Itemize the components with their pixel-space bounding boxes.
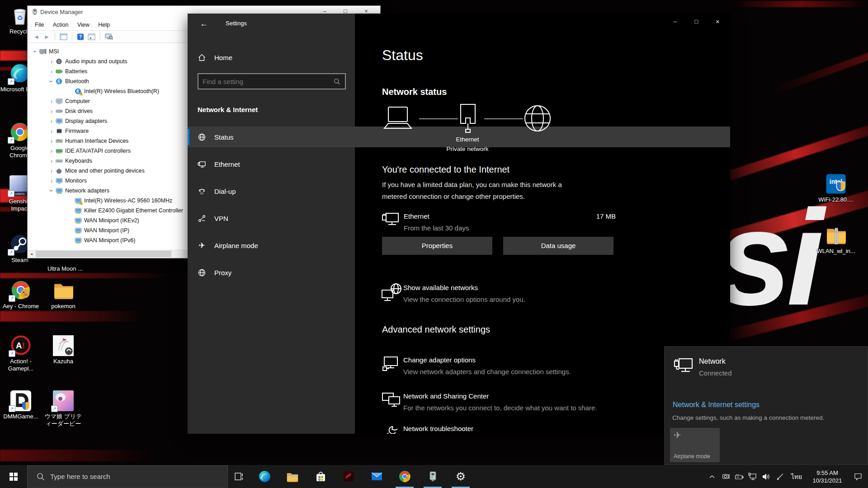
taskbar-app-device-manager[interactable] <box>419 465 447 488</box>
language-indicator[interactable]: ไทย <box>787 472 807 482</box>
tree-collapse-chevron-icon[interactable]: › <box>32 48 39 55</box>
taskbar-app-settings[interactable]: ⚙ <box>447 465 475 488</box>
desktop-icon-pokemon-folder[interactable]: pokemon <box>43 280 83 310</box>
data-usage-button[interactable]: Data usage <box>503 237 613 255</box>
tree-expand-chevron-icon[interactable]: › <box>48 147 55 155</box>
task-view-button[interactable] <box>228 465 250 488</box>
network-status: Connected <box>699 369 732 377</box>
tree-item-label: Monitors <box>65 178 87 184</box>
device-category-icon <box>75 227 82 234</box>
tray-pen-icon[interactable] <box>773 465 787 488</box>
device-category-icon <box>56 178 63 184</box>
maximize-button[interactable]: □ <box>686 14 707 31</box>
desktop-icon-uma-musume[interactable]: ↗ ウマ娘 プリティーダービー <box>43 390 83 428</box>
ethernet-icon <box>198 160 206 169</box>
tray-battery-icon[interactable] <box>732 465 746 488</box>
close-button[interactable]: × <box>707 14 728 31</box>
taskbar-search-box[interactable]: Type here to search <box>27 465 228 488</box>
taskbar-app-dragon-center[interactable] <box>335 465 363 488</box>
airplane-mode-tile[interactable]: ✈ Airplane mode <box>670 428 720 462</box>
tree-expand-chevron-icon[interactable]: › <box>48 117 55 125</box>
tree-expand-chevron-icon[interactable]: › <box>48 177 55 184</box>
search-input[interactable] <box>198 77 334 86</box>
taskbar-app-edge[interactable] <box>250 465 278 488</box>
device-category-icon <box>75 237 82 244</box>
tray-chevron-up-icon[interactable] <box>705 465 719 488</box>
sidebar-item-label: VPN <box>214 215 228 222</box>
advanced-row-title[interactable]: Network troubleshooter <box>403 425 473 432</box>
desktop-icon-wlan-zip[interactable]: WLAN_wl_in... <box>816 225 856 255</box>
advanced-row-title[interactable]: Change adapter options <box>403 356 476 364</box>
show-networks-icon[interactable] <box>381 283 403 305</box>
usage-amount: 17 MB <box>572 212 616 220</box>
clock[interactable]: 9:55 AM 10/31/2021 <box>807 469 848 484</box>
menu-file[interactable]: File <box>35 19 44 30</box>
sidebar-item-proxy[interactable]: Proxy <box>188 262 730 283</box>
tree-item-label: Firmware <box>65 128 89 134</box>
desktop-icon-pokemon-ultra-moon[interactable]: Ultra Moon ... <box>43 263 87 272</box>
help-icon[interactable]: ? <box>77 33 84 40</box>
advanced-row-title[interactable]: Network and Sharing Center <box>403 392 489 400</box>
tray-ethernet-icon[interactable] <box>746 465 760 488</box>
show-networks-link[interactable]: Show available networks <box>403 284 478 291</box>
globe-icon <box>523 104 552 135</box>
advanced-heading: Advanced network settings <box>382 324 490 335</box>
menu-action[interactable]: Action <box>53 19 69 30</box>
menu-view[interactable]: View <box>77 19 90 30</box>
minimize-button[interactable]: – <box>665 14 686 31</box>
start-button[interactable] <box>0 465 27 488</box>
connection-status-heading: You're connected to the Internet <box>382 164 509 175</box>
tree-expand-chevron-icon[interactable]: › <box>48 98 55 105</box>
menu-help[interactable]: Help <box>98 19 110 30</box>
scrollbar-thumb[interactable] <box>36 251 171 257</box>
network-internet-settings-link[interactable]: Network & Internet settings <box>673 401 760 409</box>
section-heading: Network status <box>382 87 447 97</box>
settings-gear-icon: ⚙ <box>456 471 466 482</box>
desktop-icon-dmmgame[interactable]: ↗ DMMGame... <box>1 390 41 420</box>
desktop-icon-label: Kazuha <box>43 358 83 365</box>
taskbar-app-file-explorer[interactable] <box>278 465 307 488</box>
back-button[interactable]: ← <box>195 17 213 31</box>
desktop-icon-action-gameplay[interactable]: A! ↗ Action! - Gamepl... <box>1 335 41 373</box>
device-category-icon <box>75 217 82 224</box>
tree-expand-chevron-icon[interactable]: › <box>48 58 55 65</box>
tree-expand-chevron-icon[interactable]: › <box>48 68 55 75</box>
tree-collapse-chevron-icon[interactable]: › <box>48 188 55 194</box>
console-window-icon[interactable] <box>60 33 67 40</box>
tray-volume-icon[interactable] <box>760 465 773 488</box>
tree-expand-chevron-icon[interactable]: › <box>48 157 55 164</box>
settings-window: ← Settings – □ × Home Network & Internet… <box>188 14 730 434</box>
search-icon[interactable] <box>334 78 340 85</box>
device-category-icon <box>56 138 63 144</box>
wallpaper-streak <box>0 450 154 461</box>
diagram-network-type: Private network <box>440 145 495 152</box>
svg-text:A: A <box>16 341 22 350</box>
tree-expand-chevron-icon[interactable]: › <box>48 108 55 115</box>
desktop-icon-wifi-driver[interactable]: intel WiFi-22.80.... <box>816 174 856 203</box>
desktop-icon-kazuha[interactable]: Kazuha <box>43 335 83 365</box>
back-arrow-icon[interactable]: ◄ <box>33 33 39 40</box>
sidebar-item-home[interactable]: Home <box>198 53 232 62</box>
device-category-icon <box>56 108 63 114</box>
tree-expand-chevron-icon[interactable]: › <box>48 167 55 174</box>
tree-expand-chevron-icon[interactable]: › <box>48 137 55 145</box>
action-center-icon[interactable] <box>848 472 868 481</box>
scroll-left-arrow[interactable]: ◂ <box>28 250 35 258</box>
tray-capture-icon[interactable] <box>719 465 732 488</box>
properties-button[interactable]: Properties <box>382 237 492 255</box>
desktop-icon-label: Ultra Moon ... <box>43 265 87 272</box>
taskbar-app-mail[interactable] <box>363 465 391 488</box>
scan-hardware-icon[interactable] <box>105 33 113 40</box>
settings-search-box[interactable] <box>198 73 346 89</box>
tree-item-label: WAN Miniport (IP) <box>84 227 129 234</box>
tree-expand-chevron-icon[interactable]: › <box>48 127 55 135</box>
taskbar-app-store[interactable] <box>307 465 335 488</box>
tree-item-label: Batteries <box>65 68 87 75</box>
window-title: Device Manager <box>40 9 83 15</box>
show-console-tree-icon[interactable] <box>88 33 95 40</box>
taskbar-app-chrome[interactable] <box>391 465 419 488</box>
tree-collapse-chevron-icon[interactable]: › <box>48 78 55 84</box>
device-category-icon <box>56 188 63 194</box>
forward-arrow-icon[interactable]: ► <box>44 33 50 40</box>
desktop-icon-aey-chrome[interactable]: ↗ Aey - Chrome <box>1 280 41 310</box>
